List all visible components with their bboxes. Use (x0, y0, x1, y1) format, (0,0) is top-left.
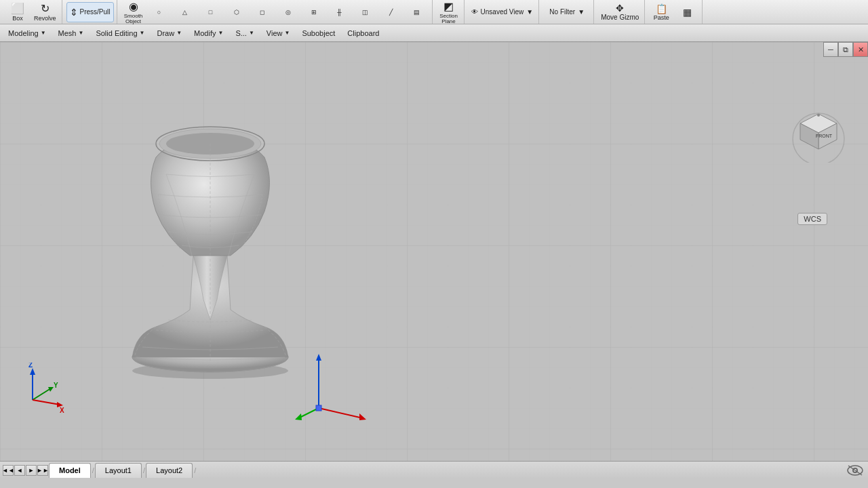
section-plane-icon: ◩ (443, 0, 454, 13)
nav-cube[interactable]: FRONT (788, 102, 849, 163)
tab-draw[interactable]: Draw ▼ (151, 26, 187, 41)
unsaved-view-label: Unsaved View (481, 8, 524, 16)
gizmo-icon: ✥ (616, 3, 624, 14)
wcs-label[interactable]: WCS (797, 213, 827, 225)
mesh-btn-10[interactable]: ╱ (379, 2, 403, 22)
tab-view-label: View (267, 29, 283, 37)
tab-view[interactable]: View ▼ (261, 26, 296, 41)
press-pull-label: Press/Pull (80, 8, 111, 16)
box-button[interactable]: ⬜ Box (5, 2, 30, 22)
mesh-btn-7[interactable]: ⊞ (302, 2, 326, 22)
mesh-icon-2: △ (182, 9, 187, 16)
press-pull-button[interactable]: ⇕ Press/Pull (66, 2, 114, 22)
smooth-object-button[interactable]: ◉ SmoothObject (121, 2, 146, 22)
tab-mesh[interactable]: Mesh ▼ (53, 26, 90, 41)
view-dropdown-arrow: ▼ (526, 8, 533, 16)
wcs-text: WCS (804, 215, 821, 223)
press-pull-icon: ⇕ (70, 7, 78, 18)
tab-layout2-label: Layout2 (156, 466, 182, 474)
smooth-icon: ◉ (129, 0, 138, 13)
mesh-icon-8: ╫ (337, 9, 341, 16)
nav-cube-front-label: FRONT (816, 134, 833, 138)
mesh-btn-3[interactable]: □ (199, 2, 223, 22)
tab-s[interactable]: S... ▼ (230, 26, 259, 41)
view-icon: 👁 (471, 8, 478, 16)
tab-separator-2: / (143, 466, 145, 474)
mesh-icon-9: ◫ (362, 9, 368, 16)
mesh-icon-3: □ (209, 9, 212, 16)
axis-indicator: Z Y X (14, 363, 68, 417)
viewport-restore-button[interactable]: ⧉ (838, 42, 853, 57)
svg-marker-12 (316, 354, 321, 361)
svg-line-26 (33, 388, 51, 400)
tab-nav-prev[interactable]: ◄ (14, 465, 25, 476)
mesh-btn-4[interactable]: ⬡ (224, 2, 249, 22)
tab-layout1[interactable]: Layout1 (95, 463, 142, 478)
no-filter-button[interactable]: No Filter ▼ (543, 2, 591, 22)
tab-nav-last[interactable]: ►► (37, 465, 48, 476)
tab-clipboard[interactable]: Clipboard (342, 26, 384, 41)
tab-layout1-label: Layout1 (105, 466, 132, 474)
toolbar-group-clipboard: 📋 Paste ▦ (646, 0, 703, 24)
tab-draw-label: Draw (157, 29, 174, 37)
revolve-label: Revolve (34, 16, 56, 22)
mesh-icon-5: ◻ (260, 9, 264, 16)
clipboard-extra-icon: ▦ (683, 7, 692, 18)
tab-modify[interactable]: Modify ▼ (189, 26, 229, 41)
viewport-close-button[interactable]: ✕ (853, 42, 868, 57)
tab-subobject[interactable]: Subobject (296, 26, 340, 41)
tab-s-arrow: ▼ (249, 30, 254, 36)
clipboard-extra-button[interactable]: ▦ (675, 2, 699, 22)
tab-nav-first[interactable]: ◄◄ (3, 465, 14, 476)
eye-icon (846, 464, 865, 477)
mesh-btn-1[interactable]: ○ (147, 2, 172, 22)
viewport[interactable]: ─ ⧉ ✕ FRONT WCS (0, 42, 868, 461)
box-icon: ⬜ (11, 2, 24, 15)
mesh-btn-11[interactable]: ▤ (405, 2, 429, 22)
no-filter-label: No Filter (549, 8, 575, 16)
ribbon: Modeling ▼ Mesh ▼ Solid Editing ▼ Draw ▼… (0, 24, 868, 42)
section-plane-button[interactable]: ◩ SectionPlane (437, 2, 461, 22)
mesh-btn-9[interactable]: ◫ (353, 2, 378, 22)
tab-mesh-label: Mesh (58, 29, 77, 37)
tab-modeling[interactable]: Modeling ▼ (3, 26, 52, 41)
svg-text:Z: Z (28, 363, 33, 369)
tab-model[interactable]: Model (49, 463, 91, 478)
tab-modify-arrow: ▼ (218, 30, 223, 36)
gizmo-label: Move Gizmo (601, 14, 639, 21)
mesh-icon-6: ◎ (285, 9, 291, 16)
svg-marker-24 (30, 368, 35, 375)
tab-layout2[interactable]: Layout2 (146, 463, 193, 478)
paste-label: Paste (654, 14, 669, 21)
move-gizmo-button[interactable]: ✥ Move Gizmo (598, 2, 642, 22)
tab-subobject-label: Subobject (302, 29, 335, 37)
paste-icon: 📋 (656, 3, 667, 14)
mesh-btn-2[interactable]: △ (173, 2, 197, 22)
toolbar-group-primitives: ⬜ Box ↻ Revolve (3, 0, 62, 24)
bottom-right-icon (845, 463, 865, 478)
tab-modeling-label: Modeling (8, 29, 39, 37)
toolbar-group-view: 👁 Unsaved View ▼ (466, 0, 540, 24)
bottom-bar: ◄◄ ◄ ► ►► Model / Layout1 / Layout2 / (0, 461, 868, 479)
svg-text:X: X (60, 407, 64, 414)
paste-button[interactable]: 📋 Paste (649, 2, 673, 22)
revolve-icon: ↻ (41, 2, 50, 15)
toolbar-group-filter: No Filter ▼ (540, 0, 594, 24)
unsaved-view-button[interactable]: 👁 Unsaved View ▼ (469, 2, 536, 22)
toolbar: ⬜ Box ↻ Revolve ⇕ Press/Pull ◉ SmoothObj… (0, 0, 868, 24)
svg-line-29 (33, 400, 60, 405)
tab-nav-next[interactable]: ► (26, 465, 37, 476)
tab-solid-editing-label: Solid Editing (96, 29, 137, 37)
mesh-btn-8[interactable]: ╫ (328, 2, 352, 22)
close-icon: ✕ (858, 45, 864, 54)
viewport-minimize-button[interactable]: ─ (823, 42, 838, 57)
revolve-button[interactable]: ↻ Revolve (31, 2, 59, 22)
mesh-btn-6[interactable]: ◎ (276, 2, 300, 22)
tab-solid-editing[interactable]: Solid Editing ▼ (90, 26, 150, 41)
mesh-icon-1: ○ (157, 9, 161, 16)
tab-model-label: Model (59, 466, 81, 474)
mesh-btn-5[interactable]: ◻ (250, 2, 275, 22)
svg-point-22 (817, 114, 820, 117)
restore-icon: ⧉ (843, 45, 848, 54)
tab-clipboard-label: Clipboard (347, 29, 379, 37)
